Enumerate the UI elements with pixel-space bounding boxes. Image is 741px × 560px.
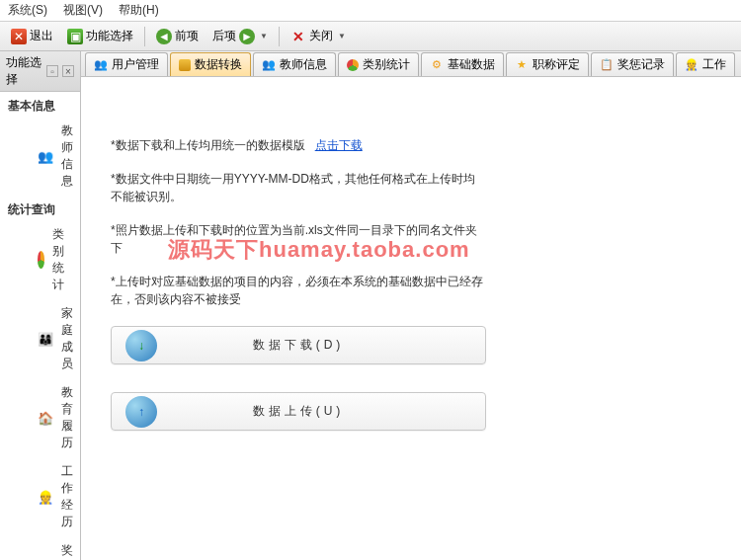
function-label: 功能选择 xyxy=(86,28,133,44)
download-icon: ↓ xyxy=(125,330,157,361)
function-icon: ▣ xyxy=(67,29,83,44)
note-4: *上传时对应基础数据的项目的内容，必须在本系统的基础数据中已经存在，否则该内容不… xyxy=(111,273,486,308)
tab-convert[interactable]: 数据转换 xyxy=(170,52,251,76)
content-body: *数据下载和上传均用统一的数据模版 点击下载 *数据文件中日期统一用YYYY-M… xyxy=(81,77,741,560)
teacher-icon: 👥 xyxy=(38,147,53,165)
sidebar-item-category[interactable]: 类别统计 xyxy=(0,220,80,299)
menu-help[interactable]: 帮助(H) xyxy=(119,2,159,19)
tab-label: 基础数据 xyxy=(448,56,495,73)
work-icon: 👷 xyxy=(685,58,699,72)
exit-label: 退出 xyxy=(30,28,53,44)
toolbar: ✕ 退出 ▣ 功能选择 ◄ 前项 后项 ► ▼ ✕ 关闭 ▼ xyxy=(0,22,741,51)
exit-icon: ✕ xyxy=(11,29,27,44)
house-icon: 🏠 xyxy=(38,409,53,427)
sidebar-title: 功能选择 ▫ × xyxy=(0,51,80,92)
note-icon: 📋 xyxy=(600,58,614,72)
exit-button[interactable]: ✕ 退出 xyxy=(6,25,58,47)
sidebar-group-stats: 统计查询 xyxy=(0,196,80,220)
sidebar: 功能选择 ▫ × 基本信息 👥 教师信息 统计查询 类别统计 👨‍👩‍👦 家庭成… xyxy=(0,51,81,560)
tab-work[interactable]: 👷工作 xyxy=(676,52,735,76)
user-icon: 👥 xyxy=(94,58,108,72)
tab-title[interactable]: ★职称评定 xyxy=(506,52,589,76)
toolbar-separator xyxy=(279,27,280,46)
note-1: *数据下载和上传均用统一的数据模版 点击下载 xyxy=(111,136,486,154)
prev-button[interactable]: ◄ 前项 xyxy=(151,25,204,47)
toolbar-separator xyxy=(144,27,145,46)
tabstrip: 👥用户管理 数据转换 👥教师信息 类别统计 ⚙基础数据 ★职称评定 📋奖惩记录 … xyxy=(81,51,741,77)
tab-label: 职称评定 xyxy=(533,56,580,73)
sidebar-item-education[interactable]: 🏠 教育履历 xyxy=(0,378,80,457)
close-label: 关闭 xyxy=(309,28,333,44)
menubar: 系统(S) 视图(V) 帮助(H) xyxy=(0,0,741,22)
sidebar-item-work[interactable]: 👷 工作经历 xyxy=(0,457,80,536)
sidebar-item-award[interactable]: 📋 奖惩记录 xyxy=(0,536,80,560)
tab-basedata[interactable]: ⚙基础数据 xyxy=(421,52,504,76)
chart-icon xyxy=(347,59,359,71)
sidebar-item-family[interactable]: 👨‍👩‍👦 家庭成员 xyxy=(0,299,80,378)
tab-user[interactable]: 👥用户管理 xyxy=(85,52,168,76)
tab-teacher[interactable]: 👥教师信息 xyxy=(253,52,336,76)
tab-label: 用户管理 xyxy=(112,56,159,73)
chevron-down-icon: ▼ xyxy=(260,32,268,40)
sidebar-item-label: 家庭成员 xyxy=(61,305,73,372)
sidebar-close-icon[interactable]: × xyxy=(62,65,74,77)
arrow-right-icon: ► xyxy=(239,29,255,44)
sidebar-item-label: 教师信息 xyxy=(61,122,73,190)
sidebar-item-label: 奖惩记录 xyxy=(61,542,73,560)
tab-award[interactable]: 📋奖惩记录 xyxy=(591,52,674,76)
teacher-icon: 👥 xyxy=(262,58,276,72)
download-label: 数据下载(D) xyxy=(253,337,345,354)
upload-button[interactable]: ↑ 数据上传(U) xyxy=(111,392,486,431)
family-icon: 👨‍👩‍👦 xyxy=(38,330,53,348)
tab-label: 类别统计 xyxy=(363,56,410,73)
note-text: *数据下载和上传均用统一的数据模版 xyxy=(111,138,305,152)
work-icon: 👷 xyxy=(38,488,53,506)
download-button[interactable]: ↓ 数据下载(D) xyxy=(111,326,486,364)
tab-label: 数据转换 xyxy=(195,56,242,73)
tab-category[interactable]: 类别统计 xyxy=(338,52,419,76)
sidebar-item-label: 工作经历 xyxy=(61,463,73,530)
tab-label: 工作 xyxy=(702,56,726,73)
close-icon: ✕ xyxy=(290,29,306,44)
content: 👥用户管理 数据转换 👥教师信息 类别统计 ⚙基础数据 ★职称评定 📋奖惩记录 … xyxy=(81,51,741,560)
note-3: *照片数据上传和下载时的位置为当前.xls文件同一目录下的同名文件夹下 xyxy=(111,221,486,257)
upload-icon: ↑ xyxy=(125,396,157,428)
arrow-left-icon: ◄ xyxy=(156,29,172,44)
sidebar-pin-icon[interactable]: ▫ xyxy=(46,65,58,77)
tab-label: 教师信息 xyxy=(280,56,327,73)
sidebar-item-teacher[interactable]: 👥 教师信息 xyxy=(0,117,80,196)
sidebar-item-label: 类别统计 xyxy=(52,226,72,293)
download-template-link[interactable]: 点击下载 xyxy=(315,138,363,152)
sidebar-item-label: 教育履历 xyxy=(61,384,73,451)
gear-icon: ⚙ xyxy=(430,58,444,72)
cylinder-icon xyxy=(179,59,191,71)
function-select-button[interactable]: ▣ 功能选择 xyxy=(62,25,138,47)
sidebar-group-basic: 基本信息 xyxy=(0,92,80,117)
chart-icon xyxy=(38,251,44,269)
note-2: *数据文件中日期统一用YYYY-MM-DD格式，其他任何格式在上传时均不能被识别… xyxy=(111,170,486,205)
main-area: 功能选择 ▫ × 基本信息 👥 教师信息 统计查询 类别统计 👨‍👩‍👦 家庭成… xyxy=(0,51,741,560)
upload-label: 数据上传(U) xyxy=(253,403,345,420)
next-label: 后项 xyxy=(212,28,236,44)
next-button[interactable]: 后项 ► ▼ xyxy=(207,25,273,47)
prev-label: 前项 xyxy=(175,28,199,44)
sidebar-title-label: 功能选择 xyxy=(6,54,46,88)
tab-label: 奖惩记录 xyxy=(618,56,665,73)
menu-system[interactable]: 系统(S) xyxy=(8,2,47,19)
close-button[interactable]: ✕ 关闭 ▼ xyxy=(286,25,351,47)
chevron-down-icon: ▼ xyxy=(338,32,346,40)
menu-view[interactable]: 视图(V) xyxy=(63,2,103,19)
star-icon: ★ xyxy=(515,58,529,72)
